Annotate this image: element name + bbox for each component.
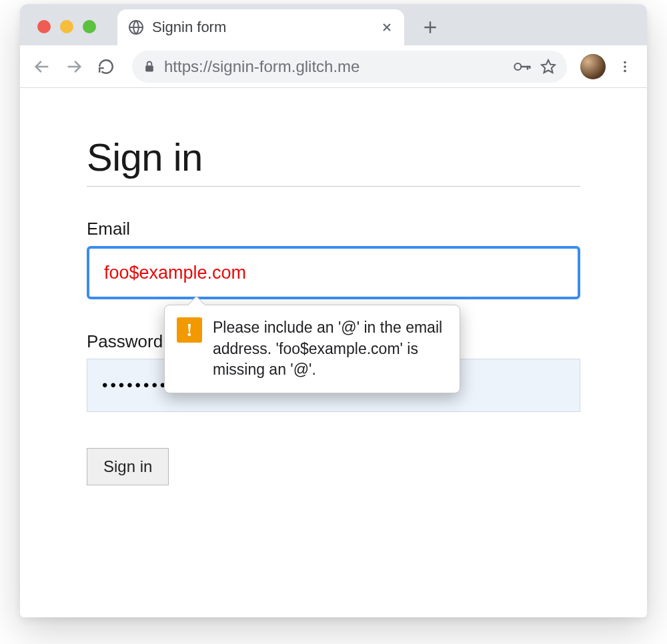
validation-tooltip: ! Please include an '@' in the email add… — [164, 305, 460, 393]
window-close-button[interactable] — [37, 20, 51, 33]
window-controls — [37, 20, 96, 33]
browser-tab[interactable]: Signin form — [117, 9, 404, 45]
page-viewport: Sign in Email ! Please include an '@' in… — [20, 88, 647, 512]
browser-toolbar: https://signin-form.glitch.me — [20, 45, 647, 88]
avatar[interactable] — [580, 54, 606, 79]
reload-button[interactable] — [93, 54, 119, 79]
window-maximize-button[interactable] — [83, 20, 96, 33]
email-field[interactable] — [87, 246, 580, 299]
address-bar[interactable]: https://signin-form.glitch.me — [132, 51, 567, 83]
close-icon[interactable] — [380, 21, 394, 34]
globe-icon — [128, 19, 144, 35]
page-title: Sign in — [87, 135, 580, 187]
back-button[interactable] — [29, 54, 55, 79]
browser-window: Signin form — [20, 4, 647, 617]
url-text: https://signin-form.glitch.me — [164, 57, 504, 76]
email-label: Email — [87, 219, 580, 239]
key-icon[interactable] — [512, 60, 532, 73]
tab-title: Signin form — [152, 19, 372, 36]
svg-point-8 — [624, 69, 626, 72]
tab-strip: Signin form — [20, 4, 647, 45]
svg-rect-3 — [521, 65, 530, 67]
svg-point-7 — [624, 65, 626, 68]
svg-rect-5 — [529, 65, 531, 68]
warning-icon: ! — [177, 317, 202, 343]
star-icon[interactable] — [540, 59, 556, 75]
validation-message: Please include an '@' in the email addre… — [213, 317, 446, 381]
menu-button[interactable] — [612, 54, 638, 79]
svg-point-2 — [514, 63, 521, 70]
forward-button[interactable] — [61, 54, 87, 79]
lock-icon — [143, 60, 156, 73]
svg-rect-4 — [527, 65, 529, 69]
signin-button[interactable]: Sign in — [87, 448, 169, 485]
email-input-wrap: ! Please include an '@' in the email add… — [87, 246, 580, 299]
new-tab-button[interactable] — [416, 13, 444, 41]
svg-point-6 — [624, 61, 626, 63]
svg-rect-1 — [145, 65, 153, 71]
window-minimize-button[interactable] — [60, 20, 73, 33]
